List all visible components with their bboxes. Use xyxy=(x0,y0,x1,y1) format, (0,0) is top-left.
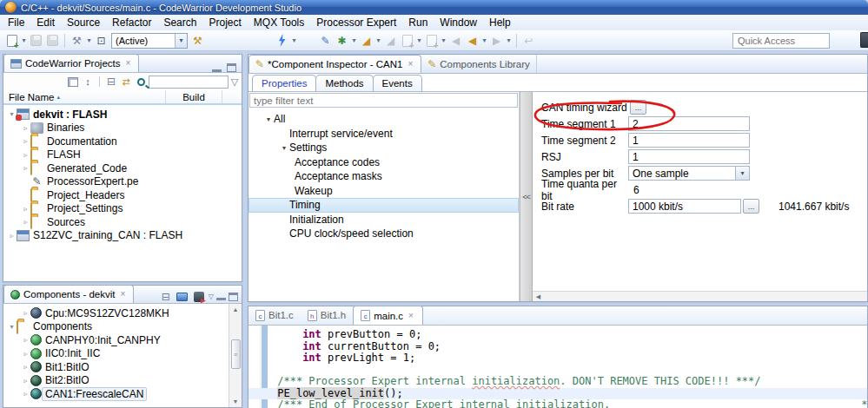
menu-mqx-tools[interactable]: MQX Tools xyxy=(248,16,310,30)
tab-bit1-c[interactable]: c Bit1.c xyxy=(248,306,301,325)
close-icon[interactable] xyxy=(118,289,127,299)
tree-item-dekvit[interactable]: ▾ dekvit : FLASH xyxy=(3,108,242,122)
build-dropdown-icon[interactable] xyxy=(85,33,93,48)
tree-item-all[interactable]: ▾ All xyxy=(248,112,519,127)
forward-dropdown-icon[interactable] xyxy=(505,33,513,48)
menu-processor-expert[interactable]: Processor Expert xyxy=(310,16,402,30)
tree-item-generated-code[interactable]: ▹ Generated_Code xyxy=(3,161,242,175)
filter-components-icon[interactable] xyxy=(176,290,189,303)
save-icon[interactable] xyxy=(29,33,43,48)
maximize-icon[interactable] xyxy=(229,293,238,301)
build-config-combo[interactable]: (Active) xyxy=(111,33,188,49)
vertical-scrollbar[interactable]: ▲ ≡ ▼ xyxy=(229,304,242,407)
rsj-input[interactable]: 1 xyxy=(628,149,750,164)
chevron-down-icon[interactable] xyxy=(735,167,749,180)
scrollbar-thumb[interactable]: ≡ xyxy=(231,339,241,369)
build-config-icon[interactable]: ⊡ xyxy=(94,33,109,48)
generate-code-icon[interactable]: ⚒ xyxy=(190,33,205,48)
tree-item-cpu[interactable]: ▹ Cpu:MC9S12ZVC128MKH xyxy=(3,306,242,320)
forward-icon[interactable]: ▶ xyxy=(489,33,504,48)
collapse-all-icon[interactable] xyxy=(104,76,118,89)
menu-window[interactable]: Window xyxy=(434,16,483,30)
tab-methods[interactable]: Methods xyxy=(315,75,373,91)
perspective-switcher-icon[interactable] xyxy=(860,32,868,48)
tab-main-c[interactable]: c main.c xyxy=(353,306,423,325)
menu-edit[interactable]: Edit xyxy=(30,16,61,30)
scroll-down-icon[interactable]: ▼ xyxy=(230,396,242,407)
horizontal-scrollbar[interactable]: ◀ xyxy=(533,291,867,301)
tree-item-interrupt[interactable]: Interrupt service/event xyxy=(248,127,519,141)
time-segment-2-input[interactable]: 1 xyxy=(628,133,750,148)
tree-item-components-folder[interactable]: ▾ Components xyxy=(3,320,242,334)
tab-bit1-h[interactable]: h Bit1.h xyxy=(301,306,353,325)
tree-item-project-headers[interactable]: Project_Headers xyxy=(3,188,242,202)
tree-item-s12zvc-training-can[interactable]: ▹ S12ZVC_training_CAN : FLASH xyxy=(3,229,242,243)
back-icon[interactable]: ◀ xyxy=(465,33,480,48)
combo-dropdown-icon[interactable] xyxy=(175,34,187,48)
minimize-icon[interactable] xyxy=(216,293,226,300)
tree-item-can1[interactable]: ▹ CAN1:FreescaleCAN xyxy=(3,387,242,401)
save-all-icon[interactable] xyxy=(45,33,60,48)
scroll-left-icon[interactable]: ◀ xyxy=(533,292,544,301)
maximize-icon[interactable] xyxy=(227,63,236,72)
tree-item-bit2[interactable]: ▹ Bit2:BitIO xyxy=(3,374,242,388)
projects-filter-input[interactable] xyxy=(149,76,229,89)
view-menu-icon[interactable] xyxy=(209,293,214,300)
connect-icon[interactable]: ✎ xyxy=(318,33,333,48)
link-with-editor-icon[interactable]: ⇄ xyxy=(119,76,133,89)
tree-item-flash[interactable]: ▹ FLASH xyxy=(3,148,242,162)
tree-item-timing[interactable]: Timing xyxy=(248,198,519,213)
tree-item-wakeup[interactable]: Wakeup xyxy=(248,184,519,199)
type-filter-input[interactable] xyxy=(249,93,518,108)
tree-item-processorexpert-pe[interactable]: ProcessorExpert.pe xyxy=(3,175,242,189)
code-editor[interactable]: int prevButton = 0; int currentButton = … xyxy=(248,326,867,408)
tree-item-acceptance-codes[interactable]: Acceptance codes xyxy=(248,155,519,170)
import-dropdown-icon[interactable] xyxy=(415,33,423,48)
import-file-icon[interactable] xyxy=(400,33,414,48)
tab-components-library[interactable]: Components Library xyxy=(421,55,537,73)
quick-access-input[interactable] xyxy=(732,33,830,49)
collapse-pane-button[interactable]: << xyxy=(520,92,533,301)
flash-programmer-icon[interactable]: ✱ xyxy=(335,33,349,48)
menu-run[interactable]: Run xyxy=(402,16,434,30)
bit-rate-browse-button[interactable]: ... xyxy=(743,199,759,214)
menu-help[interactable]: Help xyxy=(483,16,517,30)
sort-icon[interactable]: ↕ xyxy=(81,76,95,89)
tree-item-bit1[interactable]: ▹ Bit1:BitIO xyxy=(3,360,242,374)
menu-source[interactable]: Source xyxy=(61,16,106,30)
erase-icon[interactable]: ◢ xyxy=(359,33,374,48)
export-dropdown-icon[interactable] xyxy=(440,33,447,48)
menu-project[interactable]: Project xyxy=(202,16,247,30)
export-file-icon[interactable] xyxy=(424,33,439,48)
tree-item-project-settings[interactable]: ▹ Project_Settings xyxy=(3,202,242,216)
build-hammer-icon[interactable]: ⚒ xyxy=(70,33,84,48)
tab-properties[interactable]: Properties xyxy=(252,75,316,91)
code-generation-icon[interactable] xyxy=(192,290,206,303)
tree-item-binaries[interactable]: ▹ Binaries xyxy=(3,122,242,135)
tab-component-inspector[interactable]: *Component Inspector - CAN1 xyxy=(248,55,421,73)
close-icon[interactable] xyxy=(407,311,415,321)
tab-events[interactable]: Events xyxy=(373,75,422,91)
view-menu-icon[interactable] xyxy=(229,76,240,89)
flash-programmer-dropdown-icon[interactable] xyxy=(350,33,358,48)
tab-components[interactable]: Components - dekvit xyxy=(3,285,134,303)
new-file-icon[interactable] xyxy=(4,33,19,48)
tree-item-acceptance-masks[interactable]: Acceptance masks xyxy=(248,169,519,184)
column-build[interactable]: Build xyxy=(165,90,222,103)
tree-item-initialization[interactable]: Initialization xyxy=(248,213,519,227)
menu-refactor[interactable]: Refactor xyxy=(106,16,157,30)
tree-item-cpu-clock[interactable]: CPU clock/speed selection xyxy=(248,227,519,241)
column-file-name[interactable]: File Name xyxy=(3,92,60,102)
tree-item-settings[interactable]: ▾ Settings xyxy=(248,141,519,155)
scroll-up-icon[interactable]: ▲ xyxy=(230,304,242,315)
close-icon[interactable] xyxy=(406,59,414,69)
collapse-all-icon[interactable] xyxy=(159,290,173,303)
can-timing-wizard-button[interactable]: ... xyxy=(630,100,646,115)
tree-item-sources[interactable]: ▹ Sources xyxy=(3,215,242,229)
menu-file[interactable]: File xyxy=(2,16,30,30)
back-dropdown-icon[interactable] xyxy=(480,33,488,48)
samples-per-bit-select[interactable]: One sample xyxy=(628,166,750,181)
debug-dropdown-icon[interactable] xyxy=(290,33,298,48)
minimize-icon[interactable] xyxy=(212,64,222,72)
close-icon[interactable] xyxy=(124,58,133,69)
